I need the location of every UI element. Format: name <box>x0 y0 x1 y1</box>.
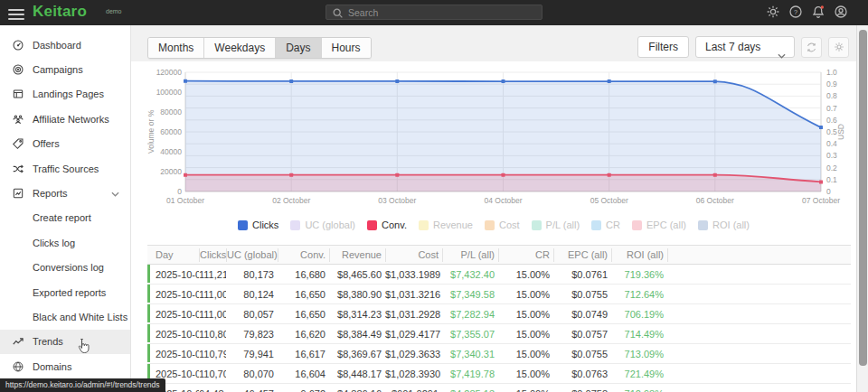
sidebar-item-reports[interactable]: Reports <box>0 181 130 205</box>
sidebar-item-conversions-log[interactable]: Conversions log <box>0 256 130 280</box>
tab-months[interactable]: Months <box>148 38 203 58</box>
app-logo[interactable]: Keitaro <box>33 3 87 21</box>
tab-hours[interactable]: Hours <box>321 38 371 58</box>
sidebar-item-black-and-white-lists[interactable]: Black and White Lists <box>0 304 130 329</box>
table-cell: $0.0755 <box>553 349 611 359</box>
svg-text:40000: 40000 <box>160 147 182 156</box>
table-cell: $8,384.49 <box>329 329 385 340</box>
tab-days[interactable]: Days <box>275 38 320 58</box>
table-cell: 80,070 <box>226 369 278 379</box>
column-header[interactable]: Revenue <box>329 248 385 262</box>
table-cell: 15.00% <box>498 369 553 379</box>
table-row[interactable]: 2025-10-05110,7979,94116,617$8,369.67$1,… <box>147 344 851 364</box>
sidebar-item-label: Clicks log <box>33 238 75 248</box>
sidebar-item-offers[interactable]: Offers <box>0 132 130 156</box>
legend-item-clicks[interactable]: Clicks <box>238 219 278 230</box>
table-cell: 110,79 <box>199 349 226 359</box>
notifications-bell-icon[interactable] <box>811 5 826 20</box>
table-row[interactable]: 2025-10-0764,4846,4579,672$4,886.16$601.… <box>147 384 851 392</box>
table-cell: $0.0757 <box>553 329 611 340</box>
column-header[interactable]: Cost <box>385 248 442 262</box>
status-url-tooltip: https://demo.keitaro.io/admin/#!/trends/… <box>0 378 165 392</box>
topbar: Keitaro demo ? <box>0 0 868 25</box>
date-range-select[interactable]: Last 7 days <box>695 36 795 58</box>
legend-item-conv-[interactable]: Conv. <box>367 219 407 230</box>
svg-text:1.0: 1.0 <box>826 68 837 77</box>
table-cell: 16,604 <box>278 369 329 379</box>
column-header[interactable]: Clicks <box>199 248 226 262</box>
edition-label: demo <box>106 8 122 14</box>
table-cell: $0.0755 <box>553 289 611 300</box>
table-cell: $8,369.67 <box>329 349 385 359</box>
filters-button[interactable]: Filters <box>637 36 689 58</box>
sidebar-item-trends[interactable]: Trends <box>0 330 130 354</box>
scrollbar-thumb[interactable] <box>859 30 867 366</box>
column-header[interactable]: ROI (all) <box>611 248 667 262</box>
sidebar-item-domains[interactable]: Domains <box>0 354 130 378</box>
search-input[interactable] <box>348 5 538 19</box>
sidebar-item-create-report[interactable]: Create report <box>0 206 130 230</box>
search-box[interactable] <box>326 5 542 20</box>
svg-text:80000: 80000 <box>160 107 182 117</box>
svg-text:20000: 20000 <box>160 167 182 176</box>
sidebar-item-dashboard[interactable]: Dashboard <box>0 33 130 57</box>
legend-item-cr[interactable]: CR <box>591 219 620 230</box>
table-cell: 15.00% <box>498 289 553 300</box>
column-header[interactable]: EPC (all) <box>553 248 611 262</box>
table-cell: 80,057 <box>226 309 278 320</box>
column-header[interactable]: Conv. <box>278 248 329 262</box>
column-header[interactable]: Day <box>147 248 199 262</box>
legend-item-epc-all-[interactable]: EPC (all) <box>632 219 686 230</box>
svg-text:0.1: 0.1 <box>826 175 837 184</box>
legend-label: ROI (all) <box>712 219 750 230</box>
legend-label: CR <box>606 219 620 230</box>
menu-icon[interactable] <box>8 6 24 19</box>
table-cell: 15.00% <box>498 388 553 392</box>
table-cell: 80,173 <box>226 269 278 280</box>
sidebar-item-affiliate-networks[interactable]: Affiliate Networks <box>0 107 130 131</box>
sidebar-item-label: Reports <box>33 188 68 199</box>
sidebar-item-traffic-sources[interactable]: Traffic Sources <box>0 156 130 181</box>
campaigns-icon <box>12 63 24 76</box>
help-icon[interactable]: ? <box>788 5 804 20</box>
legend-item-cost[interactable]: Cost <box>485 219 520 230</box>
svg-text:02 October: 02 October <box>272 196 310 205</box>
reports-icon <box>12 187 24 200</box>
column-header[interactable]: P/L (all) <box>442 248 498 262</box>
sidebar-item-landings-pages[interactable]: Landings Pages <box>0 82 130 107</box>
table-row[interactable]: 2025-10-02111,0080,12416,650$8,380.90$1,… <box>147 285 851 304</box>
page-scrollbar[interactable] <box>856 25 868 392</box>
sidebar-item-exported-reports[interactable]: Exported reports <box>0 280 130 304</box>
settings-icon[interactable] <box>766 5 781 20</box>
sidebar-item-label: Black and White Lists <box>33 312 127 322</box>
column-header[interactable]: CR <box>498 248 553 262</box>
legend-swatch <box>698 220 708 230</box>
svg-text:100000: 100000 <box>156 88 183 97</box>
table-row[interactable]: 2025-10-03111,0080,05716,650$8,314.23$1,… <box>147 304 851 324</box>
tab-weekdays[interactable]: Weekdays <box>203 38 275 58</box>
legend-item-uc-global-[interactable]: UC (global) <box>290 219 355 230</box>
table-cell: 719.36% <box>611 269 667 280</box>
trends-chart[interactable]: 02000040000600008000010000012000000.10.2… <box>147 63 851 219</box>
legend-item-roi-all-[interactable]: ROI (all) <box>698 219 750 230</box>
table-row[interactable]: 2025-10-01111,2180,17316,680$8,465.60$1,… <box>147 265 851 285</box>
table-cell: $4,285.13 <box>442 388 498 392</box>
sidebar-item-campaigns[interactable]: Campaigns <box>0 57 130 81</box>
chart-settings-button[interactable] <box>828 37 849 58</box>
table-row[interactable]: 2025-10-06110,7080,07016,604$8,448.17$1,… <box>147 364 851 384</box>
legend-label: Conv. <box>382 219 407 230</box>
legend-item-revenue[interactable]: Revenue <box>419 219 473 230</box>
legend-item-p-l-all-[interactable]: P/L (all) <box>532 219 580 230</box>
table-cell: 111,00 <box>199 289 226 300</box>
svg-text:120000: 120000 <box>156 68 183 77</box>
table-row[interactable]: 2025-10-04110,8079,82316,620$8,384.49$1,… <box>147 324 851 344</box>
column-header[interactable]: UC (global) <box>226 248 278 262</box>
legend-label: P/L (all) <box>546 219 580 230</box>
profile-icon[interactable] <box>834 5 849 20</box>
sidebar-item-clicks-log[interactable]: Clicks log <box>0 230 130 255</box>
legend-swatch <box>367 220 377 230</box>
table-cell: 2025-10-02 <box>147 289 199 300</box>
svg-text:USD: USD <box>836 124 845 140</box>
svg-text:0.9: 0.9 <box>826 79 837 89</box>
refresh-button[interactable] <box>801 37 822 58</box>
